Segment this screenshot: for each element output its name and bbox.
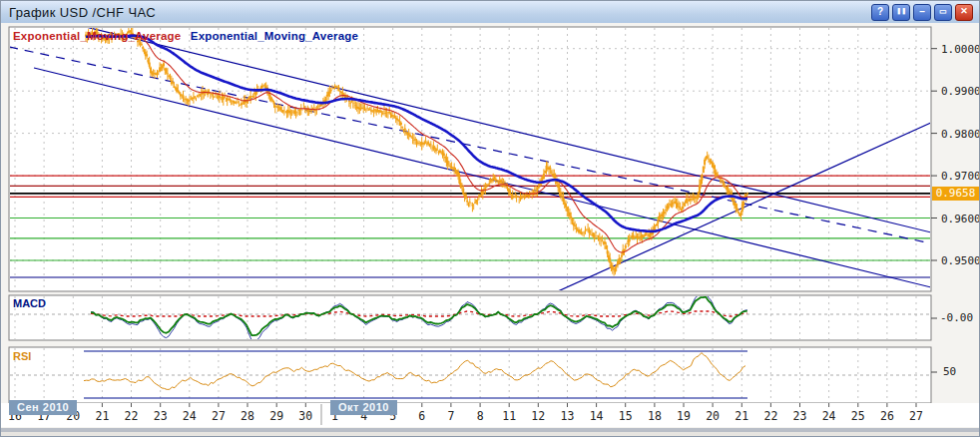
- indicator-legend: Exponential_Moving_Average Exponential_M…: [13, 30, 358, 42]
- date-label: 21: [95, 409, 109, 423]
- rsi-axis-value: 50: [943, 365, 956, 378]
- price-tick-label: 0.9800: [941, 128, 980, 141]
- date-label: 11: [502, 409, 516, 423]
- date-label: 27: [212, 409, 226, 423]
- date-label: 29: [269, 409, 283, 423]
- month-badge-september: Сен 2010: [9, 400, 77, 415]
- date-label: 28: [241, 409, 254, 423]
- rsi-panel-label: RSI: [13, 350, 31, 362]
- date-label: 19: [677, 409, 691, 423]
- date-label: 23: [793, 409, 807, 423]
- date-label: 15: [619, 409, 633, 423]
- date-label: 25: [851, 409, 865, 423]
- main-panel: [9, 27, 931, 291]
- month-badge-october: Окт 2010: [330, 400, 397, 415]
- current-price-badge: 0.9658: [932, 187, 979, 201]
- date-label: 7: [447, 409, 454, 423]
- date-label: 27: [909, 409, 923, 423]
- date-label: 21: [735, 409, 748, 423]
- date-label: 12: [531, 409, 545, 423]
- ema-fast-legend-label: Exponential_Moving_Average: [13, 30, 181, 42]
- date-label: 20: [706, 409, 720, 423]
- macd-axis-value: -0.00: [940, 311, 973, 324]
- price-tick-label: 0.9700: [941, 170, 980, 183]
- date-label: 30: [298, 409, 312, 423]
- date-label: 26: [880, 409, 894, 423]
- date-label: 23: [154, 409, 168, 423]
- date-label: 13: [561, 409, 575, 423]
- price-tick-label: 1.0000: [941, 43, 980, 56]
- date-label: 18: [648, 409, 662, 423]
- date-label: 24: [822, 409, 836, 423]
- price-tick-label: 0.9600: [941, 213, 980, 225]
- date-label: 8: [477, 409, 484, 423]
- date-label: 22: [125, 409, 139, 423]
- date-label: 22: [763, 409, 777, 423]
- price-tick-label: 0.9500: [941, 254, 980, 267]
- date-label: 6: [418, 409, 425, 423]
- macd-panel-label: MACD: [13, 297, 46, 309]
- rsi-panel: [9, 347, 931, 403]
- date-label: 24: [183, 409, 197, 423]
- date-label: 14: [590, 409, 604, 423]
- app-window: { "window": { "title": "График USD /CHF …: [0, 0, 980, 437]
- chart-canvas[interactable]: 1617202122232427282930145678111213141518…: [1, 1, 980, 437]
- ema-slow-legend-label: Exponential_Moving_Average: [191, 30, 358, 42]
- price-tick-label: 0.9900: [941, 85, 980, 98]
